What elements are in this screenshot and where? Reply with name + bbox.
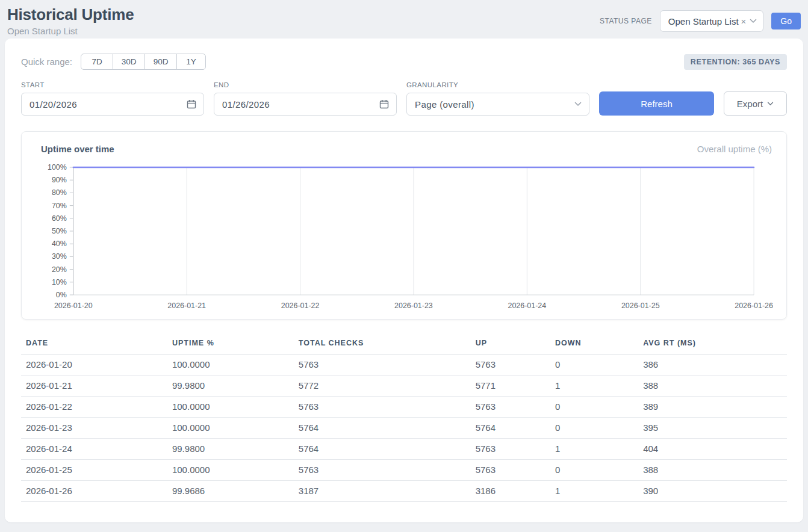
filter-row: START 01/20/2026 END 01/26/2026 GRANULAR…	[21, 81, 787, 116]
granularity-label: GRANULARITY	[406, 81, 589, 88]
start-date-label: START	[21, 81, 204, 88]
svg-text:10%: 10%	[52, 278, 67, 286]
svg-text:50%: 50%	[52, 227, 67, 235]
table-cell-avg-rt: 388	[638, 376, 787, 397]
table-row: 2026-01-2699.9686318731861390	[21, 481, 787, 502]
table-header-row: DATEUPTIME %TOTAL CHECKSUPDOWNAVG RT (MS…	[21, 334, 787, 354]
main-panel: Quick range: 7D30D90D1Y RETENTION: 365 D…	[5, 39, 803, 522]
table-cell-avg-rt: 404	[638, 439, 787, 460]
chart-header: Uptime over time Overall uptime (%)	[35, 144, 773, 162]
quick-range-group: 7D30D90D1Y	[81, 54, 206, 70]
end-date-input[interactable]: 01/26/2026	[214, 93, 397, 116]
table-row: 2026-01-22100.0000576357630389	[21, 397, 787, 418]
clear-selection-icon[interactable]: ×	[741, 16, 747, 26]
table-cell-avg-rt: 386	[638, 354, 787, 376]
export-button-label: Export	[737, 99, 763, 109]
status-page-selected-value: Open Startup List	[668, 16, 739, 26]
table-cell-up: 3186	[471, 481, 550, 502]
end-date-field-group: END 01/26/2026	[214, 81, 397, 116]
svg-text:30%: 30%	[52, 252, 67, 261]
table-cell-total-checks: 5763	[294, 460, 471, 481]
table-cell-avg-rt: 395	[638, 418, 787, 439]
table-cell-down: 1	[550, 481, 638, 502]
table-cell-down: 0	[550, 460, 638, 481]
svg-text:40%: 40%	[52, 240, 67, 248]
page-subtitle: Open Startup List	[7, 26, 134, 36]
quick-range-label: Quick range:	[21, 57, 72, 67]
table-cell-total-checks: 5764	[294, 439, 471, 460]
uptime-chart: 0%10%20%30%40%50%60%70%80%90%100%2026-01…	[35, 162, 773, 314]
quick-range-row: Quick range: 7D30D90D1Y RETENTION: 365 D…	[21, 54, 787, 70]
svg-text:100%: 100%	[48, 163, 67, 172]
page-header: Historical Uptime Open Startup List STAT…	[0, 0, 808, 39]
table-cell-date: 2026-01-21	[21, 376, 167, 397]
start-date-input[interactable]: 01/20/2026	[21, 93, 204, 116]
quick-range-90d-button[interactable]: 90D	[145, 54, 177, 70]
svg-text:2026-01-24: 2026-01-24	[508, 302, 546, 310]
quick-range-1y-button[interactable]: 1Y	[176, 54, 206, 70]
chevron-down-icon	[750, 19, 757, 23]
column-header-down: DOWN	[550, 334, 638, 354]
table-cell-uptime: 100.0000	[167, 460, 294, 481]
calendar-icon[interactable]	[379, 99, 389, 109]
page-title: Historical Uptime	[7, 5, 134, 24]
quick-range-30d-button[interactable]: 30D	[113, 54, 145, 70]
table-row: 2026-01-2499.9800576457631404	[21, 439, 787, 460]
start-date-field-group: START 01/20/2026	[21, 81, 204, 116]
uptime-table-body: 2026-01-20100.00005763576303862026-01-21…	[21, 354, 787, 502]
retention-badge: RETENTION: 365 DAYS	[684, 54, 787, 70]
uptime-chart-svg: 0%10%20%30%40%50%60%70%80%90%100%2026-01…	[35, 162, 773, 314]
svg-text:0%: 0%	[56, 291, 67, 299]
table-row: 2026-01-23100.0000576457640395	[21, 418, 787, 439]
uptime-table: DATEUPTIME %TOTAL CHECKSUPDOWNAVG RT (MS…	[21, 334, 787, 502]
svg-text:2026-01-20: 2026-01-20	[54, 302, 93, 310]
end-date-value: 01/26/2026	[222, 99, 270, 110]
table-cell-up: 5764	[471, 418, 550, 439]
table-cell-total-checks: 5772	[294, 376, 471, 397]
calendar-icon[interactable]	[187, 99, 196, 109]
quick-range-7d-button[interactable]: 7D	[81, 54, 113, 70]
chevron-down-icon	[574, 102, 582, 107]
go-button[interactable]: Go	[771, 13, 801, 29]
svg-text:90%: 90%	[52, 176, 67, 184]
table-cell-total-checks: 3187	[294, 481, 471, 502]
table-cell-down: 0	[550, 354, 638, 376]
table-cell-uptime: 99.9800	[167, 376, 294, 397]
svg-text:2026-01-22: 2026-01-22	[281, 302, 320, 310]
svg-text:2026-01-21: 2026-01-21	[167, 302, 206, 310]
svg-text:70%: 70%	[52, 202, 67, 210]
table-row: 2026-01-20100.0000576357630386	[21, 354, 787, 376]
refresh-button[interactable]: Refresh	[599, 91, 714, 116]
column-header-up: UP	[471, 334, 550, 354]
table-cell-up: 5763	[471, 460, 550, 481]
table-cell-total-checks: 5763	[294, 397, 471, 418]
status-page-select[interactable]: Open Startup List ×	[660, 10, 764, 32]
table-cell-avg-rt: 388	[638, 460, 787, 481]
table-row: 2026-01-25100.0000576357630388	[21, 460, 787, 481]
page-heading: Historical Uptime Open Startup List	[7, 5, 134, 36]
header-controls: STATUS PAGE Open Startup List × Go	[600, 10, 801, 32]
granularity-select[interactable]: Page (overall)	[406, 93, 589, 116]
svg-text:2026-01-23: 2026-01-23	[394, 302, 433, 310]
table-row: 2026-01-2199.9800577257711388	[21, 376, 787, 397]
table-cell-total-checks: 5764	[294, 418, 471, 439]
table-cell-date: 2026-01-23	[21, 418, 167, 439]
column-header-avg-rt: AVG RT (MS)	[638, 334, 787, 354]
column-header-uptime: UPTIME %	[167, 334, 294, 354]
svg-text:80%: 80%	[52, 188, 67, 197]
table-cell-up: 5763	[471, 397, 550, 418]
table-cell-date: 2026-01-22	[21, 397, 167, 418]
table-cell-down: 1	[550, 439, 638, 460]
table-cell-date: 2026-01-24	[21, 439, 167, 460]
table-cell-date: 2026-01-25	[21, 460, 167, 481]
svg-text:20%: 20%	[52, 265, 67, 274]
table-cell-up: 5763	[471, 354, 550, 376]
svg-text:2026-01-26: 2026-01-26	[735, 302, 773, 310]
table-cell-uptime: 99.9686	[167, 481, 294, 502]
granularity-field-group: GRANULARITY Page (overall)	[406, 81, 589, 116]
column-header-total-checks: TOTAL CHECKS	[294, 334, 471, 354]
table-cell-date: 2026-01-26	[21, 481, 167, 502]
export-button[interactable]: Export	[724, 91, 787, 116]
uptime-table-wrap: DATEUPTIME %TOTAL CHECKSUPDOWNAVG RT (MS…	[21, 334, 787, 502]
end-date-label: END	[214, 81, 397, 88]
